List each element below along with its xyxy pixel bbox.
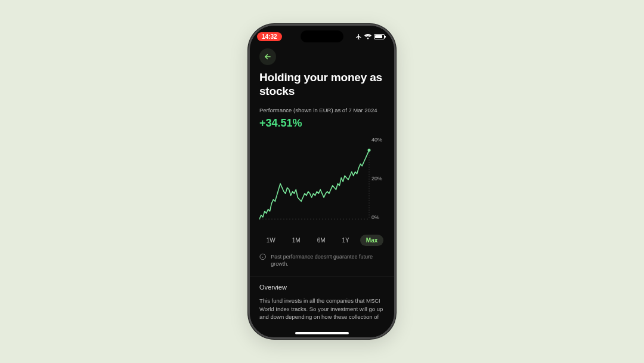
airplane-mode-icon [355,33,362,40]
status-icons [355,33,385,40]
overview-body: This fund invests in all the companies t… [259,297,385,321]
disclaimer-text: Past performance doesn't guarantee futur… [271,253,385,267]
phone-frame: 14:32 Holding your money as stocks Perfo… [248,24,396,339]
home-indicator[interactable] [295,332,349,334]
divider [250,276,394,276]
battery-icon [374,34,385,39]
range-btn-1m[interactable]: 1M [286,235,306,246]
range-btn-1w[interactable]: 1W [261,235,281,246]
content: Holding your money as stocks Performance… [250,47,394,337]
volume-down-button [248,137,249,161]
power-button [395,109,396,147]
range-btn-max[interactable]: Max [360,235,383,246]
dynamic-island [301,30,343,42]
status-bar: 14:32 [250,26,394,47]
performance-value: +34.51% [259,117,385,130]
back-button[interactable] [259,48,276,65]
status-time: 14:32 [257,32,282,41]
range-btn-1y[interactable]: 1Y [336,235,355,246]
screen: 14:32 Holding your money as stocks Perfo… [250,26,394,337]
performance-label: Performance (shown in EUR) as of 7 Mar 2… [259,107,385,113]
range-selector: 1W1M6M1YMax [259,235,385,246]
y-tick-0: 0% [371,214,385,220]
performance-chart[interactable]: 40% 20% 0% [259,136,385,224]
volume-up-button [248,107,249,131]
disclaimer: Past performance doesn't guarantee futur… [259,253,385,267]
range-btn-6m[interactable]: 6M [311,235,332,246]
arrow-left-icon [264,53,272,61]
y-tick-20: 20% [371,176,385,182]
line-chart-svg [259,136,373,224]
y-axis-labels: 40% 20% 0% [369,136,385,224]
overview-title: Overview [259,284,385,291]
wifi-icon [364,34,371,39]
page-title: Holding your money as stocks [259,71,385,99]
info-icon [259,253,266,260]
side-button [248,85,249,100]
y-tick-40: 40% [371,137,385,143]
